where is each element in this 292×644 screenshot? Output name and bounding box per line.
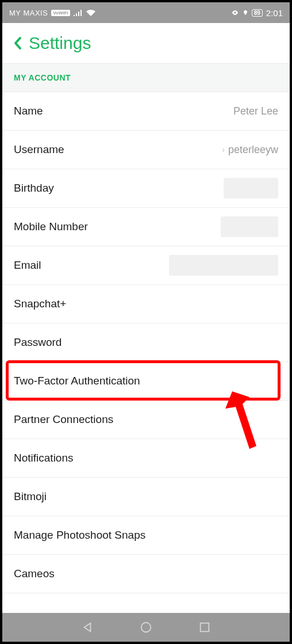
row-label: Username xyxy=(14,143,64,156)
nav-recent-icon[interactable] xyxy=(198,621,211,634)
row-partner-connections[interactable]: Partner Connections xyxy=(2,401,290,439)
header: Settings xyxy=(2,23,290,63)
signal-icon xyxy=(74,9,83,16)
status-bar: MY MAXIS VoWiFi 89 2:01 xyxy=(2,2,290,23)
row-manage-photoshoot-snaps[interactable]: Manage Photoshoot Snaps xyxy=(2,516,290,555)
battery-indicator: 89 xyxy=(252,9,263,17)
row-name[interactable]: Name Peter Lee xyxy=(2,92,290,131)
svg-rect-3 xyxy=(201,623,209,632)
back-icon[interactable] xyxy=(14,36,22,50)
android-nav-bar xyxy=(2,613,290,642)
row-label: Email xyxy=(14,259,41,272)
row-label: Two-Factor Authentication xyxy=(14,375,140,387)
settings-list: Name Peter Lee Username › peterleeyw Bir… xyxy=(2,92,290,613)
row-bitmoji[interactable]: Bitmoji xyxy=(2,478,290,516)
row-label: Mobile Number xyxy=(14,220,88,233)
row-two-factor-authentication[interactable]: Two-Factor Authentication xyxy=(2,362,290,401)
row-label: Manage Photoshoot Snaps xyxy=(14,529,145,542)
row-cameos[interactable]: Cameos xyxy=(2,555,290,593)
nav-back-icon[interactable] xyxy=(81,621,94,634)
row-notifications[interactable]: Notifications xyxy=(2,439,290,478)
row-mobile-number[interactable]: Mobile Number xyxy=(2,208,290,246)
svg-point-2 xyxy=(141,623,151,632)
chevron-right-icon: › xyxy=(222,145,225,154)
carrier-label: MY MAXIS xyxy=(9,9,48,17)
row-birthday[interactable]: Birthday xyxy=(2,169,290,208)
row-label: Cameos xyxy=(14,567,55,580)
redacted-value xyxy=(224,178,278,199)
row-label: Notifications xyxy=(14,452,74,464)
row-username[interactable]: Username › peterleeyw xyxy=(2,131,290,169)
redacted-value xyxy=(169,255,278,276)
row-value: › peterleeyw xyxy=(222,144,278,156)
row-label: Birthday xyxy=(14,182,54,195)
row-email[interactable]: Email xyxy=(2,246,290,285)
section-header-my-account: MY ACCOUNT xyxy=(2,63,290,92)
row-label: Bitmoji xyxy=(14,490,47,503)
location-icon xyxy=(243,9,248,17)
row-snapchat-plus[interactable]: Snapchat+ xyxy=(2,285,290,323)
wifi-icon xyxy=(86,9,95,16)
svg-marker-1 xyxy=(84,623,91,632)
redacted-value xyxy=(221,216,278,237)
vowifi-badge: VoWiFi xyxy=(51,10,70,16)
nav-home-icon[interactable] xyxy=(140,621,152,634)
eye-icon xyxy=(231,9,239,17)
row-label: Snapchat+ xyxy=(14,298,66,310)
row-value: Peter Lee xyxy=(233,105,278,117)
row-label: Partner Connections xyxy=(14,413,113,426)
clock: 2:01 xyxy=(266,8,283,18)
row-label: Name xyxy=(14,105,43,117)
row-password[interactable]: Password xyxy=(2,323,290,362)
page-title: Settings xyxy=(29,33,91,53)
row-label: Password xyxy=(14,336,62,349)
